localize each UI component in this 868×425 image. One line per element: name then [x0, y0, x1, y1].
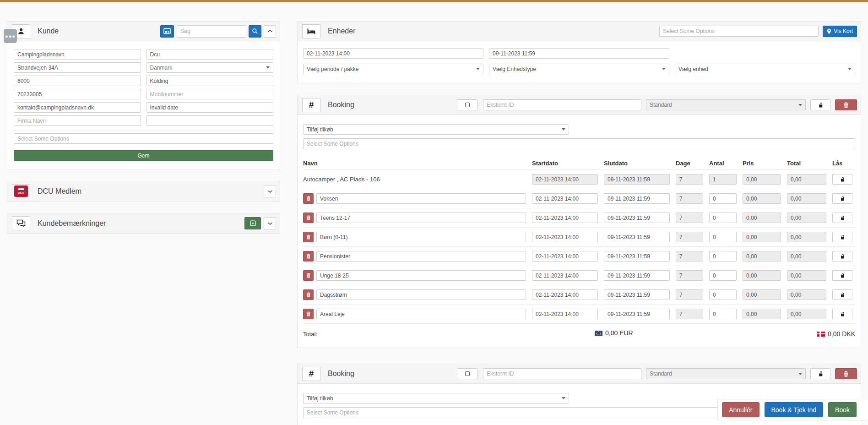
guest-name-input[interactable]: [316, 251, 526, 262]
save-button[interactable]: Gem: [14, 150, 273, 161]
booking-2-addons-select[interactable]: Tilføj tilkøb: [303, 393, 569, 403]
customer-company-field[interactable]: [14, 115, 141, 126]
start-date-input[interactable]: [303, 48, 483, 59]
customer-zip-field[interactable]: [14, 76, 141, 86]
customer-collapse-button[interactable]: [264, 25, 276, 38]
period-package-select[interactable]: Vælg periode / pakke: [303, 64, 483, 74]
guest-end-input[interactable]: [604, 232, 670, 242]
book-checkin-button[interactable]: Book & Tjek Ind: [765, 402, 824, 417]
guest-qty-input[interactable]: [709, 212, 737, 223]
booking-panel-1: # Booking Standard: [297, 95, 861, 348]
customer-city-field[interactable]: [146, 76, 274, 86]
guest-start-input[interactable]: [532, 193, 598, 204]
customer-extra-field[interactable]: [146, 115, 274, 126]
booking-2-external-id-input[interactable]: [483, 368, 641, 379]
customer-country-select[interactable]: Danmark: [146, 62, 274, 73]
chevron-down-icon: [562, 397, 565, 399]
booking-1-lock-button[interactable]: [810, 99, 830, 110]
guest-start-input[interactable]: [532, 289, 598, 300]
customer-contact-field[interactable]: [146, 49, 274, 60]
customer-email-field[interactable]: [14, 102, 141, 113]
unit-type-select[interactable]: Vælg Enhedstype: [489, 64, 669, 74]
delete-row-button[interactable]: [303, 270, 314, 281]
guest-name-input[interactable]: [316, 212, 526, 223]
customer-birthdate-field[interactable]: [146, 102, 274, 113]
booking-2-lock-button[interactable]: [810, 368, 830, 379]
booking-1-checkbox-button[interactable]: [457, 99, 477, 110]
guest-end-input[interactable]: [604, 251, 670, 262]
show-map-button[interactable]: Vis Kort: [823, 26, 857, 37]
guest-start-input[interactable]: [532, 232, 598, 242]
guest-name-input[interactable]: [316, 232, 526, 242]
row-lock-button[interactable]: [832, 289, 852, 300]
row-lock-button[interactable]: [832, 232, 852, 242]
booking-1-external-id-input[interactable]: [483, 99, 641, 110]
guest-name-input[interactable]: [316, 270, 526, 281]
guest-qty-input[interactable]: [709, 193, 737, 204]
dcu-member-expand-button[interactable]: [264, 185, 276, 197]
row-lock-button[interactable]: [832, 270, 852, 281]
guest-price-input: [743, 193, 781, 204]
customer-tags-select[interactable]: [14, 133, 273, 144]
guest-start-input[interactable]: [532, 270, 598, 281]
guest-qty-input[interactable]: [709, 270, 737, 281]
customer-remarks-expand-button[interactable]: [264, 217, 276, 229]
guest-price-input: [743, 251, 781, 262]
guest-start-input[interactable]: [532, 309, 598, 319]
guest-end-input[interactable]: [604, 289, 670, 300]
delete-row-button[interactable]: [303, 251, 314, 262]
end-date-input[interactable]: [489, 48, 669, 59]
booking-1-status-select[interactable]: Standard: [646, 99, 806, 110]
chevron-down-icon: [662, 68, 666, 70]
row-lock-button[interactable]: [832, 174, 852, 185]
row-lock-button[interactable]: [832, 309, 852, 319]
delete-row-button[interactable]: [303, 232, 314, 242]
customer-phone-field[interactable]: [14, 89, 141, 99]
guest-name-input[interactable]: [316, 309, 526, 319]
customer-search-input[interactable]: [177, 25, 246, 38]
guest-start-input[interactable]: [532, 212, 598, 223]
customer-address-field[interactable]: [14, 62, 141, 73]
booking-1-addons-select[interactable]: Tilføj tilkøb: [303, 124, 569, 135]
unit-select[interactable]: Vælg enhed: [675, 64, 855, 74]
chevron-up-icon: [267, 28, 273, 34]
guest-start-input[interactable]: [532, 251, 598, 262]
booking-1-options-select[interactable]: [303, 138, 855, 149]
units-filter-select[interactable]: [659, 26, 819, 37]
customer-name-field[interactable]: [14, 49, 141, 60]
row-lock-button[interactable]: [832, 193, 852, 204]
delete-row-button[interactable]: [303, 309, 314, 319]
add-remark-button[interactable]: [244, 217, 261, 229]
booking-1-delete-button[interactable]: [835, 99, 857, 110]
guest-end-input[interactable]: [604, 193, 670, 204]
unit-name: Autocamper , AC Plads - 106: [303, 176, 526, 183]
guest-qty-input[interactable]: [709, 251, 737, 262]
trash-icon: [306, 196, 311, 201]
delete-row-button[interactable]: [303, 289, 314, 300]
delete-row-button[interactable]: [303, 193, 314, 204]
guest-end-input[interactable]: [604, 212, 670, 223]
delete-row-button[interactable]: [303, 212, 314, 223]
booking-2-delete-button[interactable]: [835, 368, 857, 379]
chevron-down-icon: [848, 68, 852, 70]
customer-search-button[interactable]: [249, 25, 261, 38]
guest-name-input[interactable]: [316, 193, 526, 204]
guest-qty-input[interactable]: [709, 289, 737, 300]
guest-end-input[interactable]: [604, 309, 670, 319]
booking-2-checkbox-button[interactable]: [457, 368, 477, 379]
drag-handle[interactable]: ●●●: [4, 29, 17, 43]
row-lock-button[interactable]: [832, 251, 852, 262]
cancel-button[interactable]: Annullér: [722, 402, 759, 417]
guest-name-input[interactable]: [316, 289, 526, 300]
guest-days-input: [676, 212, 703, 223]
search-icon: [252, 28, 258, 34]
customer-card-button[interactable]: [160, 25, 174, 38]
row-lock-button[interactable]: [832, 212, 852, 223]
guest-end-input[interactable]: [604, 270, 670, 281]
guest-qty-input[interactable]: [709, 232, 737, 242]
booking-2-status-select[interactable]: Standard: [646, 368, 806, 379]
book-button[interactable]: Book: [828, 402, 857, 417]
customer-mobile-field[interactable]: [146, 89, 274, 99]
comments-icon: [16, 219, 26, 227]
guest-qty-input[interactable]: [709, 309, 737, 319]
